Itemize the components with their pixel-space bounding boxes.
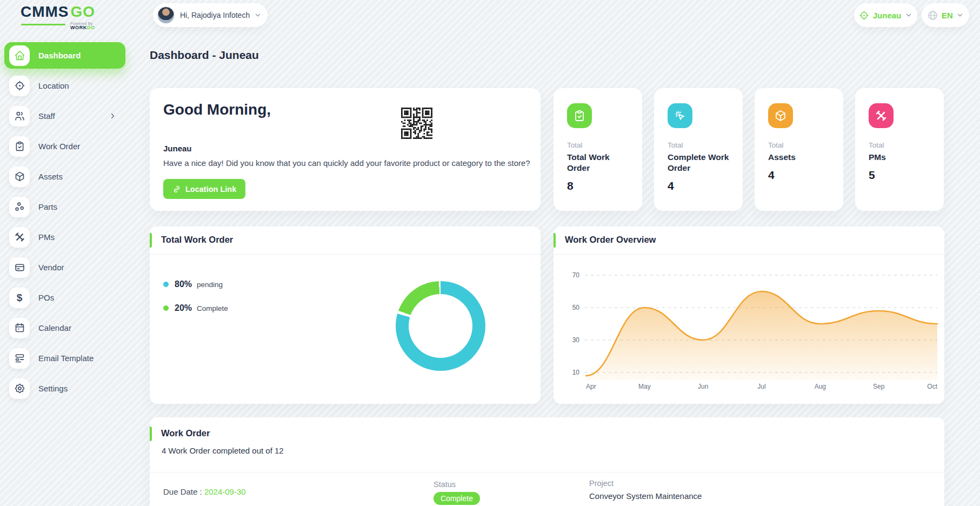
sidebar-item-label: Settings — [38, 384, 68, 393]
chevron-down-icon — [905, 11, 912, 19]
svg-text:May: May — [638, 383, 651, 390]
project-column: Project Conveyor System Maintenance — [589, 479, 702, 501]
location-link-button[interactable]: Location Link — [163, 179, 245, 199]
gear-icon — [14, 383, 25, 394]
svg-text:Aug: Aug — [815, 383, 826, 390]
sidebar-item-label: Vendor — [38, 263, 64, 272]
stat-label: Total — [869, 141, 932, 149]
card-title: Total Work Order — [161, 235, 233, 245]
globe-icon — [927, 10, 938, 21]
app-logo[interactable]: CMMSGO Powered By WORKDO — [21, 4, 95, 27]
greeting-heading: Good Morning, — [163, 101, 271, 118]
stat-title: Complete Work Order — [668, 152, 731, 174]
sidebar-item-pms[interactable]: PMs — [4, 224, 125, 250]
dashboard-page: CMMSGO Powered By WORKDO Hi, Rajodiya In… — [0, 0, 980, 506]
svg-text:10: 10 — [572, 369, 580, 376]
legend-dot-pending — [163, 282, 169, 287]
sidebar-item-label: Calendar — [38, 323, 71, 332]
sidebar-item-label: Location — [38, 81, 69, 90]
stat-value: 4 — [768, 169, 831, 182]
divider — [150, 254, 541, 255]
legend-dot-complete — [163, 305, 169, 311]
stat-title: PMs — [869, 152, 932, 163]
work-order-summary-card: Work Order 4 Work Order completed out of… — [150, 417, 944, 506]
svg-text:Jun: Jun — [698, 383, 708, 390]
user-greeting: Hi, Rajodiya Infotech — [180, 11, 250, 19]
language-selector[interactable]: EN — [922, 3, 969, 27]
legend-item-complete: 20% Complete — [163, 303, 228, 313]
language-selector-value: EN — [942, 11, 953, 20]
stat-label: Total — [768, 141, 831, 149]
stat-card-total-work-order: Total Total Work Order 8 — [554, 88, 642, 211]
sidebar-item-vendor[interactable]: Vendor — [4, 254, 125, 281]
page-title: Dashboard - Juneau — [150, 49, 259, 62]
chevron-down-icon — [956, 11, 964, 19]
crossed-tools-icon — [875, 109, 888, 122]
stat-title: Total Work Order — [567, 152, 631, 174]
users-icon — [14, 110, 25, 122]
sidebar-item-label: Dashboard — [38, 51, 81, 60]
dollar-icon: $ — [17, 292, 23, 303]
svg-text:70: 70 — [572, 271, 580, 279]
location-link-label: Location Link — [185, 185, 236, 194]
calendar-icon — [14, 322, 25, 334]
sidebar: Dashboard Location Staff Work Order Asse… — [0, 42, 128, 405]
stat-card-complete-work-order: Total Complete Work Order 4 — [654, 88, 743, 211]
credit-card-icon — [14, 262, 25, 273]
powered-by-text: Powered By WORKDO — [70, 22, 95, 30]
stat-title: Assets — [768, 152, 832, 163]
sidebar-item-email-template[interactable]: Email Template — [4, 345, 125, 371]
card-title: Work Order Overview — [565, 235, 656, 245]
link-icon — [172, 185, 181, 194]
location-selector[interactable]: Juneau — [854, 3, 917, 27]
svg-text:Jul: Jul — [757, 383, 765, 390]
card-accent-bar — [554, 233, 556, 248]
home-icon — [14, 50, 25, 61]
stat-card-pms: Total PMs 5 — [855, 88, 944, 211]
legend-pct: 80% — [175, 279, 192, 289]
legend-item-pending: 80% pending — [163, 279, 223, 289]
sidebar-item-calendar[interactable]: Calendar — [4, 315, 125, 341]
clipboard-check-icon — [573, 109, 586, 122]
chevron-right-icon — [109, 112, 117, 120]
due-date-value: 2024-09-30 — [204, 487, 246, 496]
clipboard-check-icon — [14, 141, 25, 152]
sidebar-item-pos[interactable]: $ POs — [4, 284, 125, 311]
svg-text:50: 50 — [572, 304, 580, 311]
sidebar-item-staff[interactable]: Staff — [4, 103, 125, 129]
sidebar-item-label: Assets — [38, 172, 63, 181]
status-column: Status Complete — [434, 480, 480, 505]
work-order-summary-text: 4 Work Order completed out of 12 — [162, 446, 284, 455]
stat-value: 8 — [567, 179, 630, 192]
qr-code — [401, 108, 432, 139]
sidebar-item-label: Email Template — [38, 354, 94, 363]
stat-value: 5 — [869, 169, 932, 182]
stat-label: Total — [567, 141, 630, 149]
sidebar-item-work-order[interactable]: Work Order — [4, 133, 125, 159]
project-label: Project — [589, 479, 702, 488]
location-target-icon — [859, 10, 869, 21]
status-badge: Complete — [434, 492, 480, 505]
sidebar-item-label: Parts — [38, 202, 57, 211]
logo-text-primary: CMMS — [21, 3, 69, 20]
sidebar-item-dashboard[interactable]: Dashboard — [4, 42, 125, 69]
user-menu[interactable]: Hi, Rajodiya Infotech — [153, 3, 268, 27]
parts-circles-icon — [14, 201, 25, 212]
sidebar-item-assets[interactable]: Assets — [4, 163, 125, 190]
chevron-down-icon — [254, 11, 262, 19]
divider — [150, 472, 944, 472]
welcome-message: Have a nice day! Did you know that you c… — [163, 158, 536, 168]
avatar — [157, 6, 175, 24]
project-value: Conveyor System Maintenance — [589, 491, 702, 501]
welcome-location-name: Juneau — [163, 144, 192, 153]
card-accent-bar — [150, 427, 152, 441]
welcome-card: Good Morning, Juneau Have a nice day! Di… — [150, 88, 541, 211]
legend-label: pending — [197, 281, 223, 289]
cube-icon — [14, 171, 25, 182]
cursor-click-icon — [674, 109, 686, 122]
sidebar-item-settings[interactable]: Settings — [4, 375, 125, 402]
legend-label: Complete — [197, 304, 228, 312]
sidebar-item-parts[interactable]: Parts — [4, 194, 125, 220]
sidebar-item-location[interactable]: Location — [4, 72, 125, 99]
work-order-donut-chart — [396, 281, 485, 371]
